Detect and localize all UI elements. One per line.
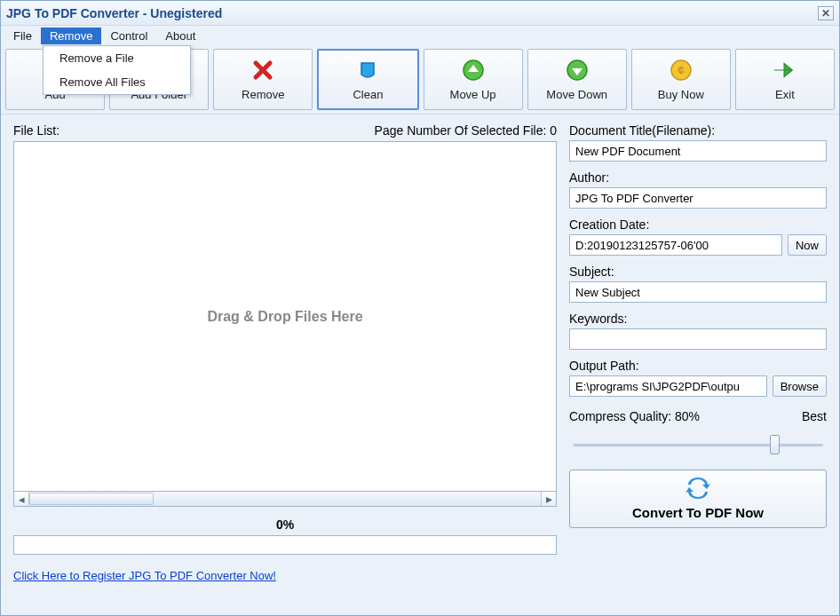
dropdown-remove-file[interactable]: Remove a File [44,46,190,70]
coin-icon: ¢ [669,58,693,83]
exit-button[interactable]: Exit [735,49,835,110]
creation-date-label: Creation Date: [569,217,827,232]
output-path-input[interactable] [569,375,767,397]
keywords-input[interactable] [569,328,827,350]
quality-label: Compress Quality: 80% [569,409,700,423]
remove-button[interactable]: Remove [213,49,313,110]
progress-bar [13,535,557,555]
register-link[interactable]: Click Here to Register JPG To PDF Conver… [13,569,557,582]
remove-icon [250,58,275,83]
clean-icon [355,58,380,83]
close-button[interactable]: ✕ [818,6,834,20]
window-title: JPG To PDF Converter - Unegistered [6,6,222,20]
convert-icon [685,478,710,501]
slider-thumb[interactable] [770,435,780,454]
author-label: Author: [569,170,827,185]
titlebar: JPG To PDF Converter - Unegistered ✕ [1,1,839,26]
doc-title-input[interactable] [569,140,827,162]
arrow-up-icon [461,58,486,83]
doc-title-label: Document Title(Filename): [569,123,827,138]
convert-button[interactable]: Convert To PDF Now [569,470,827,528]
quality-slider[interactable] [569,434,827,457]
remove-label: Remove [242,88,284,101]
menu-remove[interactable]: Remove [41,28,101,44]
quality-best-label: Best [802,409,827,423]
menubar: File Remove Control About Remove a File … [1,26,839,45]
exit-icon [773,58,797,83]
buy-now-button[interactable]: ¢ Buy Now [631,49,731,110]
now-button[interactable]: Now [788,234,827,256]
move-up-label: Move Up [450,88,496,101]
keywords-label: Keywords: [569,312,827,326]
clean-button[interactable]: Clean [317,49,418,110]
dropdown-remove-all[interactable]: Remove All Files [44,70,190,94]
drop-hint: Drag & Drop Files Here [207,309,362,325]
move-up-button[interactable]: Move Up [424,49,523,110]
remove-dropdown: Remove a File Remove All Files [43,45,191,95]
scroll-thumb[interactable] [29,493,154,505]
scroll-right-icon[interactable]: ▸ [541,492,556,506]
clean-label: Clean [353,88,383,101]
slider-track [573,444,823,446]
author-input[interactable] [569,187,827,209]
menu-control[interactable]: Control [101,28,156,44]
move-down-button[interactable]: Move Down [527,49,627,110]
scroll-left-icon[interactable]: ◂ [14,492,29,506]
buy-now-label: Buy Now [658,88,704,101]
menu-file[interactable]: File [4,28,41,44]
creation-date-input[interactable] [569,234,782,256]
output-path-label: Output Path: [569,359,827,373]
subject-label: Subject: [569,265,827,279]
file-list-label: File List: [13,123,59,138]
file-list[interactable]: Drag & Drop Files Here [13,141,557,492]
horizontal-scrollbar[interactable]: ◂ ▸ [13,492,557,507]
browse-button[interactable]: Browse [773,375,827,397]
progress-text: 0% [13,517,557,532]
menu-about[interactable]: About [156,28,204,44]
svg-text:¢: ¢ [678,63,685,77]
exit-label: Exit [775,88,795,101]
page-number-label: Page Number Of Selected File: 0 [375,123,557,138]
convert-label: Convert To PDF Now [632,505,764,520]
subject-input[interactable] [569,281,827,303]
arrow-down-icon [565,58,590,83]
move-down-label: Move Down [546,88,607,101]
